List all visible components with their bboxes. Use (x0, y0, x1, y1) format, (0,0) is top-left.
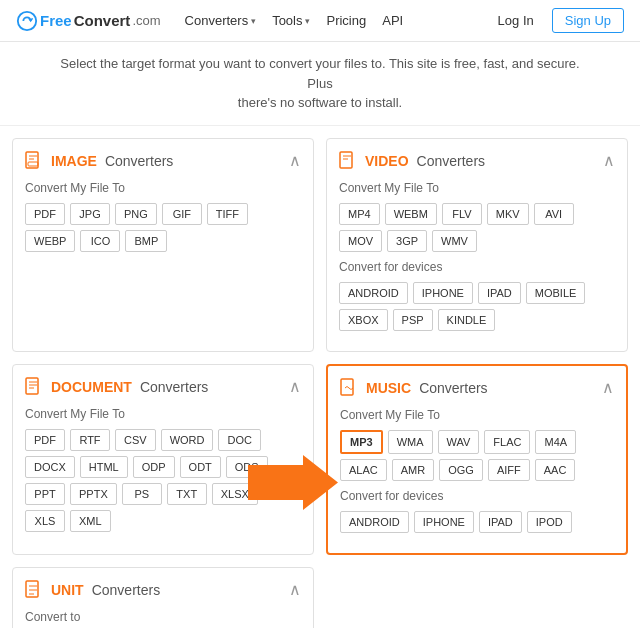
music-type-label: MUSIC (366, 380, 411, 396)
video-type-label: VIDEO (365, 153, 409, 169)
format-jpg[interactable]: JPG (70, 203, 110, 225)
page-subtitle: Select the target format you want to con… (0, 42, 640, 126)
video-devices-grid: ANDROID IPHONE IPAD MOBILE XBOX PSP KIND… (339, 282, 615, 331)
image-label: Converters (105, 153, 173, 169)
format-webm[interactable]: WEBM (385, 203, 437, 225)
format-xls[interactable]: XLS (25, 510, 65, 532)
format-bmp[interactable]: BMP (125, 230, 167, 252)
nav-converters-arrow: ▾ (251, 16, 256, 26)
image-card-icon (25, 151, 43, 171)
image-type-label: IMAGE (51, 153, 97, 169)
format-ps[interactable]: PS (122, 483, 162, 505)
format-wav[interactable]: WAV (438, 430, 480, 454)
format-android-m[interactable]: ANDROID (340, 511, 409, 533)
login-button[interactable]: Log In (490, 9, 542, 32)
format-wma[interactable]: WMA (388, 430, 433, 454)
format-m4a[interactable]: M4A (535, 430, 576, 454)
format-ipad-m[interactable]: IPAD (479, 511, 522, 533)
music-devices-grid: ANDROID IPHONE IPAD IPOD (340, 511, 614, 533)
video-section-label: Convert My File To (339, 181, 615, 195)
format-ico[interactable]: ICO (80, 230, 120, 252)
format-ipod[interactable]: IPOD (527, 511, 572, 533)
format-webp[interactable]: WEBP (25, 230, 75, 252)
music-card-title: MUSIC Converters (340, 378, 488, 398)
format-png[interactable]: PNG (115, 203, 157, 225)
unit-card-wrapper: UNIT Converters ∧ Convert to (12, 567, 314, 629)
format-wmv[interactable]: WMV (432, 230, 477, 252)
format-pptx[interactable]: PPTX (70, 483, 117, 505)
format-mkv[interactable]: MKV (487, 203, 529, 225)
music-collapse-btn[interactable]: ∧ (602, 378, 614, 397)
signup-button[interactable]: Sign Up (552, 8, 624, 33)
format-pdf-img[interactable]: PDF (25, 203, 65, 225)
format-mov[interactable]: MOV (339, 230, 382, 252)
format-flv[interactable]: FLV (442, 203, 482, 225)
logo[interactable]: FreeConvert.com (16, 10, 161, 32)
format-ods[interactable]: ODS (226, 456, 268, 478)
image-card-header: IMAGE Converters ∧ (25, 151, 301, 171)
format-docx[interactable]: DOCX (25, 456, 75, 478)
nav-api[interactable]: API (382, 13, 403, 28)
format-android-v[interactable]: ANDROID (339, 282, 408, 304)
video-card-header: VIDEO Converters ∧ (339, 151, 615, 171)
format-csv[interactable]: CSV (115, 429, 156, 451)
music-card-icon (340, 378, 358, 398)
format-ogg[interactable]: OGG (439, 459, 483, 481)
document-type-label: DOCUMENT (51, 379, 132, 395)
image-collapse-btn[interactable]: ∧ (289, 151, 301, 170)
format-aac[interactable]: AAC (535, 459, 576, 481)
music-card-header: MUSIC Converters ∧ (340, 378, 614, 398)
format-amr[interactable]: AMR (392, 459, 434, 481)
nav-converters[interactable]: Converters ▾ (185, 13, 257, 28)
video-card: VIDEO Converters ∧ Convert My File To MP… (326, 138, 628, 352)
format-doc[interactable]: DOC (218, 429, 260, 451)
video-collapse-btn[interactable]: ∧ (603, 151, 615, 170)
logo-com: .com (132, 13, 160, 28)
format-word[interactable]: WORD (161, 429, 214, 451)
format-iphone-v[interactable]: IPHONE (413, 282, 473, 304)
video-card-title: VIDEO Converters (339, 151, 485, 171)
format-xlsx[interactable]: XLSX (212, 483, 258, 505)
format-ipad-v[interactable]: IPAD (478, 282, 521, 304)
unit-collapse-btn[interactable]: ∧ (289, 580, 301, 599)
format-mobile-v[interactable]: MOBILE (526, 282, 586, 304)
music-section-label: Convert My File To (340, 408, 614, 422)
format-flac[interactable]: FLAC (484, 430, 530, 454)
image-section-label: Convert My File To (25, 181, 301, 195)
format-avi[interactable]: AVI (534, 203, 574, 225)
format-xbox[interactable]: XBOX (339, 309, 388, 331)
document-label: Converters (140, 379, 208, 395)
svg-rect-2 (28, 162, 38, 166)
unit-card-title: UNIT Converters (25, 580, 160, 600)
format-odp[interactable]: ODP (133, 456, 175, 478)
nav-tools[interactable]: Tools ▾ (272, 13, 310, 28)
format-tiff[interactable]: TIFF (207, 203, 248, 225)
format-xml[interactable]: XML (70, 510, 111, 532)
format-ppt[interactable]: PPT (25, 483, 65, 505)
format-txt[interactable]: TXT (167, 483, 207, 505)
format-html[interactable]: HTML (80, 456, 128, 478)
format-gif[interactable]: GIF (162, 203, 202, 225)
format-odt[interactable]: ODT (180, 456, 221, 478)
format-rtf[interactable]: RTF (70, 429, 110, 451)
format-alac[interactable]: ALAC (340, 459, 387, 481)
music-format-grid: MP3 WMA WAV FLAC M4A ALAC AMR OGG AIFF A… (340, 430, 614, 481)
format-mp3[interactable]: MP3 (340, 430, 383, 454)
format-mp4[interactable]: MP4 (339, 203, 380, 225)
format-aiff[interactable]: AIFF (488, 459, 530, 481)
nav-pricing[interactable]: Pricing (326, 13, 366, 28)
logo-free: Free (40, 12, 72, 29)
main-nav: Converters ▾ Tools ▾ Pricing API (185, 13, 490, 28)
format-iphone-m[interactable]: IPHONE (414, 511, 474, 533)
document-collapse-btn[interactable]: ∧ (289, 377, 301, 396)
document-card: DOCUMENT Converters ∧ Convert My File To… (12, 364, 314, 555)
image-card-title: IMAGE Converters (25, 151, 173, 171)
format-kindle[interactable]: KINDLE (438, 309, 496, 331)
svg-rect-3 (340, 152, 352, 168)
format-3gp[interactable]: 3GP (387, 230, 427, 252)
format-psp[interactable]: PSP (393, 309, 433, 331)
bottom-section: UNIT Converters ∧ Convert to (0, 567, 640, 629)
unit-label: Converters (92, 582, 160, 598)
format-pdf-doc[interactable]: PDF (25, 429, 65, 451)
unit-type-label: UNIT (51, 582, 84, 598)
